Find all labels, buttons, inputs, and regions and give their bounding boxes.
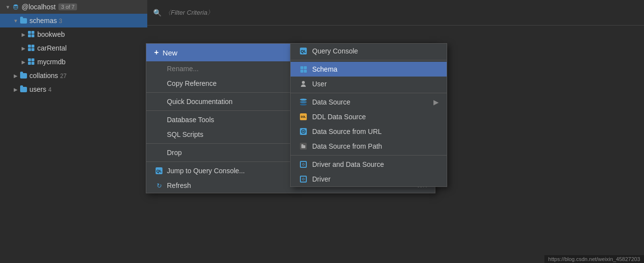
submenu-ds-path[interactable]: Data Source from Path <box>291 139 447 154</box>
svg-rect-2 <box>301 144 303 146</box>
users-arrow: ▶ <box>12 85 20 93</box>
submenu-user[interactable]: User <box>291 77 447 91</box>
left-panel: ▼ @localhost 3 of 7 ▼ schemas3 ▶ bookweb… <box>0 0 147 263</box>
filter-placeholder[interactable]: 〈Filter Criteria〉 <box>164 8 214 17</box>
tooltip-text: https://blog.csdn.net/weixin_45827203 <box>548 256 640 262</box>
schema-label: Schema <box>312 65 439 73</box>
submenu-ds-url[interactable]: Data Source from URL <box>291 124 447 139</box>
ddl-source-label: DDL Data Source <box>312 113 439 121</box>
root-arrow: ▼ <box>4 3 12 11</box>
collations-folder-icon <box>20 72 27 79</box>
bookweb-arrow: ▶ <box>20 30 27 38</box>
collations-label: collations27 <box>29 72 67 79</box>
collations-arrow: ▶ <box>12 72 20 79</box>
schemas-item[interactable]: ▼ schemas3 <box>0 14 147 27</box>
refresh-icon: ↻ <box>154 182 164 189</box>
driver-ds-label: Driver and Data Source <box>312 160 439 168</box>
mycrmdb-arrow: ▶ <box>20 58 27 66</box>
root-label: @localhost <box>22 3 55 11</box>
url-icon <box>298 128 308 135</box>
query-console-label: Query Console <box>312 47 439 55</box>
carrental-item[interactable]: ▶ carRental <box>0 41 147 55</box>
schemas-label: schemas3 <box>29 17 62 25</box>
sub-divider-2 <box>291 93 447 93</box>
users-label: users4 <box>29 85 52 93</box>
sub-divider-1 <box>291 60 447 60</box>
carrental-label: carRental <box>37 44 67 52</box>
submenu-ddl-source[interactable]: DDL DDL Data Source <box>291 109 447 124</box>
data-source-arrow-icon: ▶ <box>433 98 439 106</box>
driver-label: Driver <box>312 175 439 183</box>
root-item[interactable]: ▼ @localhost 3 of 7 <box>0 0 147 14</box>
driver-ds-icon <box>298 161 308 168</box>
svg-rect-5 <box>301 177 305 181</box>
bookweb-schema-icon <box>27 30 35 38</box>
tooltip-bar: https://blog.csdn.net/weixin_45827203 <box>544 255 644 263</box>
ql-icon: QL <box>298 48 308 54</box>
filter-bar: 🔍 〈Filter Criteria〉 <box>147 0 644 26</box>
users-folder-icon <box>20 85 27 93</box>
collations-item[interactable]: ▶ collations27 <box>0 69 147 82</box>
filter-search-icon: 🔍 <box>153 9 161 17</box>
driver-icon <box>298 176 308 183</box>
db-icon <box>12 3 20 11</box>
bookweb-label: bookweb <box>37 30 65 38</box>
submenu-data-source[interactable]: Data Source ▶ <box>291 95 447 109</box>
path-icon <box>298 143 308 150</box>
submenu-schema[interactable]: Schema <box>291 62 447 77</box>
ds-url-label: Data Source from URL <box>312 128 439 135</box>
carrental-schema-icon <box>27 44 35 52</box>
svg-point-6 <box>302 178 304 180</box>
submenu-query-console[interactable]: QL Query Console <box>291 44 447 58</box>
submenu: QL Query Console Schema User Da <box>290 43 447 187</box>
data-source-icon <box>298 99 308 105</box>
data-source-label: Data Source <box>312 98 433 106</box>
root-badge: 3 of 7 <box>58 3 77 10</box>
svg-point-4 <box>302 163 304 165</box>
user-label: User <box>312 80 439 88</box>
mycrmdb-item[interactable]: ▶ mycrmdb <box>0 55 147 69</box>
plus-icon: + <box>154 48 159 57</box>
sub-divider-3 <box>291 155 447 156</box>
carrental-arrow: ▶ <box>20 44 27 52</box>
submenu-driver[interactable]: Driver <box>291 172 447 186</box>
users-item[interactable]: ▶ users4 <box>0 82 147 96</box>
mycrmdb-schema-icon <box>27 58 35 66</box>
user-icon <box>298 81 308 87</box>
jump-icon: QL <box>154 167 164 174</box>
schemas-folder-icon <box>20 17 27 25</box>
schemas-arrow: ▼ <box>12 17 20 25</box>
ddl-icon: DDL <box>298 113 308 120</box>
svg-rect-3 <box>301 162 305 166</box>
schema-icon <box>298 66 308 73</box>
bookweb-item[interactable]: ▶ bookweb <box>0 27 147 41</box>
ds-path-label: Data Source from Path <box>312 142 439 150</box>
submenu-driver-ds[interactable]: Driver and Data Source <box>291 157 447 172</box>
mycrmdb-label: mycrmdb <box>37 58 66 66</box>
